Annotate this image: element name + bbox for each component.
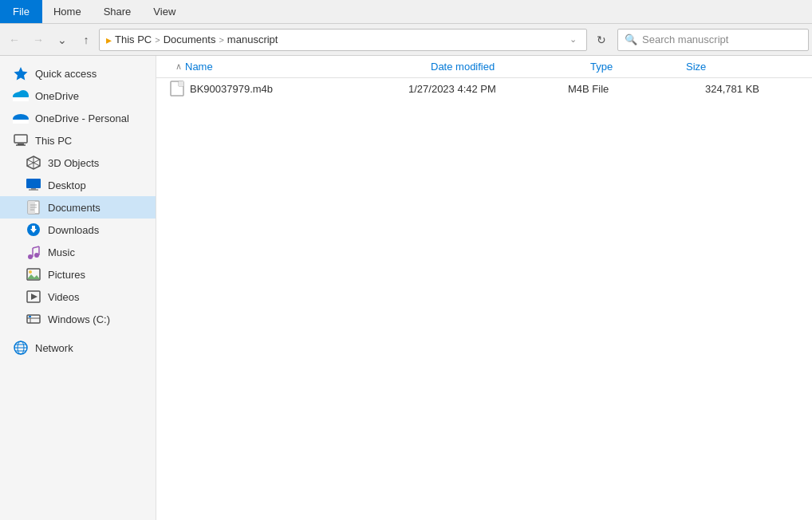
recent-locations-button[interactable]: ⌄: [51, 29, 73, 51]
sidebar-item-documents[interactable]: Documents: [0, 196, 156, 219]
svg-rect-8: [14, 135, 27, 143]
content-area: ∧ Name Date modified Type Size: [156, 56, 812, 520]
up-button[interactable]: ↑: [75, 29, 97, 51]
folder-icon: ▸: [106, 33, 112, 46]
main-layout: Quick access OneDrive OneDrive - Persona…: [0, 56, 812, 520]
col-header-name[interactable]: ∧ Name: [169, 56, 424, 77]
sidebar-label-onedrive-personal: OneDrive - Personal: [35, 112, 129, 124]
address-sep-1: >: [155, 35, 160, 45]
file-name-cell: BK90037979.m4b: [169, 81, 408, 97]
this-pc-icon: [13, 132, 29, 148]
address-this-pc[interactable]: This PC: [115, 33, 152, 45]
sidebar-item-onedrive[interactable]: OneDrive: [0, 85, 156, 107]
column-headers: ∧ Name Date modified Type Size: [156, 56, 812, 78]
sidebar-item-music[interactable]: Music: [0, 241, 156, 263]
svg-rect-7: [13, 120, 29, 124]
sidebar-label-desktop: Desktop: [48, 179, 86, 191]
3d-objects-icon: [26, 155, 41, 171]
network-icon: [13, 340, 29, 356]
toolbar: ← → ⌄ ↑ ▸ This PC > Documents > manuscri…: [0, 24, 812, 56]
svg-rect-39: [29, 316, 31, 317]
onedrive-icon: [13, 88, 29, 104]
file-list: BK90037979.m4b 1/27/2023 4:42 PM M4B Fil…: [156, 78, 812, 520]
sidebar-item-pictures[interactable]: Pictures: [0, 263, 156, 286]
documents-icon: [26, 199, 41, 215]
sidebar-item-quick-access[interactable]: Quick access: [0, 62, 156, 85]
sidebar: Quick access OneDrive OneDrive - Persona…: [0, 56, 156, 520]
file-size: 324,781 KB: [664, 83, 759, 95]
sidebar-label-onedrive: OneDrive: [35, 90, 79, 102]
desktop-icon: [26, 177, 41, 193]
search-icon: 🔍: [625, 33, 637, 45]
back-button[interactable]: ←: [3, 29, 26, 51]
file-name: BK90037979.m4b: [190, 83, 273, 95]
search-bar[interactable]: 🔍 Search manuscript: [617, 29, 809, 51]
sidebar-label-windows-c: Windows (C:): [48, 313, 110, 325]
sidebar-label-quick-access: Quick access: [35, 68, 97, 80]
quick-access-icon: [13, 65, 29, 81]
file-icon: [169, 81, 185, 97]
sidebar-item-network[interactable]: Network: [0, 337, 156, 359]
svg-point-26: [28, 254, 33, 259]
address-manuscript[interactable]: manuscript: [227, 33, 278, 45]
svg-rect-5: [13, 97, 29, 101]
music-icon: [26, 244, 41, 260]
sidebar-item-this-pc[interactable]: This PC: [0, 129, 156, 152]
sidebar-item-videos[interactable]: Videos: [0, 286, 156, 308]
svg-rect-15: [26, 179, 41, 188]
svg-point-32: [29, 270, 32, 274]
svg-rect-25: [32, 226, 35, 230]
sidebar-label-this-pc: This PC: [35, 135, 72, 147]
col-header-size[interactable]: Size: [680, 56, 775, 77]
pictures-icon: [26, 266, 41, 282]
sidebar-label-downloads: Downloads: [48, 224, 99, 236]
windows-c-icon: [26, 311, 41, 327]
sidebar-label-pictures: Pictures: [48, 269, 85, 281]
col-header-date[interactable]: Date modified: [424, 56, 584, 77]
sidebar-item-downloads[interactable]: Downloads: [0, 219, 156, 241]
menu-file[interactable]: File: [0, 0, 42, 23]
address-dropdown[interactable]: ⌄: [566, 34, 580, 45]
sidebar-item-desktop[interactable]: Desktop: [0, 174, 156, 196]
sidebar-label-documents: Documents: [48, 202, 101, 214]
downloads-icon: [26, 222, 41, 238]
sidebar-item-3d-objects[interactable]: 3D Objects: [0, 152, 156, 174]
file-date: 1/27/2023 4:42 PM: [408, 83, 568, 95]
sidebar-item-onedrive-personal[interactable]: OneDrive - Personal: [0, 107, 156, 129]
svg-line-30: [33, 246, 39, 248]
menu-view[interactable]: View: [142, 0, 187, 23]
sidebar-label-videos: Videos: [48, 291, 80, 303]
svg-marker-33: [27, 274, 40, 279]
search-placeholder: Search manuscript: [642, 33, 728, 45]
svg-rect-47: [179, 81, 183, 86]
sort-chevron: ∧: [175, 61, 182, 72]
file-type: M4B File: [568, 83, 664, 95]
svg-point-27: [34, 253, 39, 258]
address-documents[interactable]: Documents: [164, 33, 216, 45]
svg-marker-0: [14, 67, 28, 81]
address-bar[interactable]: ▸ This PC > Documents > manuscript ⌄: [99, 29, 587, 51]
sidebar-item-windows-c[interactable]: Windows (C:): [0, 308, 156, 330]
sidebar-label-3d-objects: 3D Objects: [48, 157, 99, 169]
refresh-button[interactable]: ↻: [590, 29, 613, 51]
address-sep-2: >: [219, 35, 223, 45]
sidebar-label-music: Music: [48, 246, 75, 258]
sidebar-label-network: Network: [35, 342, 73, 354]
menu-home[interactable]: Home: [42, 0, 93, 23]
forward-button[interactable]: →: [27, 29, 49, 51]
menu-bar: File Home Share View: [0, 0, 812, 24]
videos-icon: [26, 289, 41, 305]
col-header-type[interactable]: Type: [584, 56, 680, 77]
table-row[interactable]: BK90037979.m4b 1/27/2023 4:42 PM M4B Fil…: [163, 78, 806, 99]
onedrive-personal-icon: [13, 110, 29, 126]
svg-marker-35: [31, 293, 37, 300]
menu-share[interactable]: Share: [93, 0, 143, 23]
